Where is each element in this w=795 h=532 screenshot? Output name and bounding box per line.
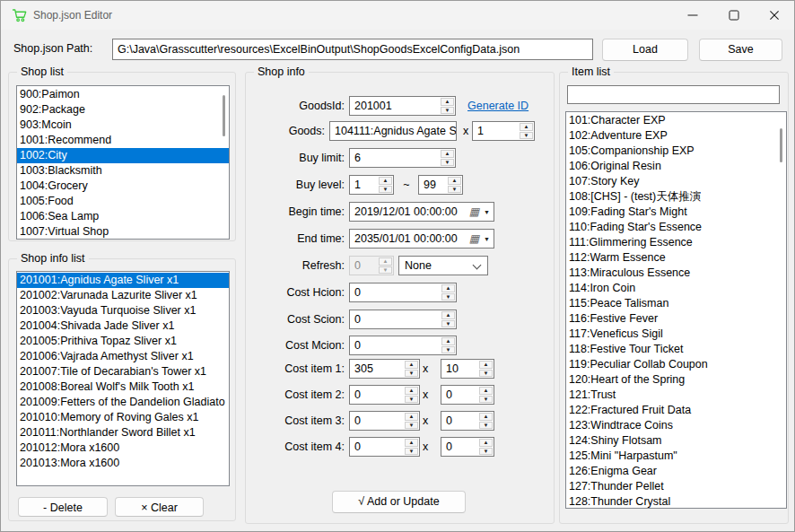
shop-list-item[interactable]: 1006:Sea Lamp xyxy=(17,209,229,224)
shop-list-item[interactable]: 1002:City xyxy=(17,148,229,163)
cost-item-id-spinner[interactable]: 0 xyxy=(349,437,420,457)
spin-buttons[interactable] xyxy=(479,387,493,403)
spin-buttons[interactable] xyxy=(441,284,455,301)
clear-button[interactable]: × Clear xyxy=(115,497,204,517)
item-listbox[interactable]: 101:Character EXP102:Adventure EXP105:Co… xyxy=(565,111,787,509)
item-list-item[interactable]: 125:Mini "Harpastum" xyxy=(566,449,786,464)
item-list-item[interactable]: 110:Fading Star's Essence xyxy=(566,220,786,235)
cost-mcion-spinner[interactable]: 0 xyxy=(349,336,457,355)
spin-buttons[interactable] xyxy=(405,387,418,403)
item-list-item[interactable]: 127:Thunder Pellet xyxy=(566,479,786,494)
item-list-item[interactable]: 119:Peculiar Collab Coupon xyxy=(566,357,786,372)
cost-item-count-spinner[interactable]: 0 xyxy=(441,411,494,431)
cost-item-id-value[interactable]: 0 xyxy=(354,386,404,404)
cost-scion-spinner[interactable]: 0 xyxy=(349,310,457,329)
shop-list-scrollbar-thumb[interactable] xyxy=(223,95,225,136)
cost-hcion-spinner[interactable]: 0 xyxy=(349,283,457,302)
shop-info-list-item[interactable]: 201010:Memory of Roving Gales x1 xyxy=(17,410,229,425)
spin-down-icon[interactable] xyxy=(520,132,533,140)
spin-up-icon[interactable] xyxy=(479,413,493,421)
spin-buttons[interactable] xyxy=(479,361,493,377)
spin-down-icon[interactable] xyxy=(405,448,418,456)
spin-down-icon[interactable] xyxy=(441,346,455,354)
spin-down-icon[interactable] xyxy=(441,320,455,328)
goods-count-spinner[interactable]: 1 xyxy=(472,121,535,141)
spin-buttons[interactable] xyxy=(479,439,493,455)
item-list-item[interactable]: 128:Thunder Crystal xyxy=(566,494,786,509)
cost-item-count-spinner[interactable]: 0 xyxy=(441,385,494,405)
spin-up-icon[interactable] xyxy=(441,311,455,319)
spin-down-icon[interactable] xyxy=(479,448,493,456)
spin-down-icon[interactable] xyxy=(405,370,418,378)
shop-info-listbox[interactable]: 201001:Agnidus Agate Sliver x1201002:Var… xyxy=(16,271,230,486)
item-list-item[interactable]: 102:Adventure EXP xyxy=(566,128,786,144)
spin-down-icon[interactable] xyxy=(379,186,392,194)
maximize-button[interactable] xyxy=(714,1,754,30)
item-list-item[interactable]: 118:Festive Tour Ticket xyxy=(566,342,786,357)
item-list-item[interactable]: 123:Windtrace Coins xyxy=(566,418,786,433)
shop-list-item[interactable]: 1005:Food xyxy=(17,194,229,209)
shop-list-item[interactable]: 902:Package xyxy=(17,102,229,118)
spin-down-icon[interactable] xyxy=(441,107,454,115)
cost-item-count-value[interactable]: 0 xyxy=(446,438,478,456)
spin-up-icon[interactable] xyxy=(379,177,392,185)
spin-up-icon[interactable] xyxy=(405,413,418,421)
spin-up-icon[interactable] xyxy=(520,123,533,131)
cost-hcion-value[interactable]: 0 xyxy=(354,283,441,301)
buy-limit-spinner[interactable]: 6 xyxy=(349,148,456,168)
item-list-item[interactable]: 112:Warm Essence xyxy=(566,250,786,266)
item-list-item[interactable]: 105:Companionship EXP xyxy=(566,144,786,159)
item-list-item[interactable]: 117:Veneficus Sigil xyxy=(566,327,786,342)
cost-item-id-value[interactable]: 0 xyxy=(354,438,404,456)
shop-info-list-item[interactable]: 201006:Vajrada Amethyst Sliver x1 xyxy=(17,349,229,364)
shop-list-item[interactable]: 1003:Blacksmith xyxy=(17,163,229,179)
cost-item-id-value[interactable]: 0 xyxy=(354,412,404,430)
item-list-item[interactable]: 107:Story Key xyxy=(566,174,786,189)
shop-list-item[interactable]: 1004:Grocery xyxy=(17,179,229,194)
spin-up-icon[interactable] xyxy=(479,387,493,395)
spin-up-icon[interactable] xyxy=(441,150,454,158)
spin-down-icon[interactable] xyxy=(448,186,461,194)
shop-info-list-item[interactable]: 201002:Varunada Lazurite Sliver x1 xyxy=(17,288,229,303)
minimize-button[interactable] xyxy=(673,1,712,30)
spin-up-icon[interactable] xyxy=(405,387,418,395)
cost-item-id-spinner[interactable]: 305 xyxy=(349,359,420,379)
goodsid-spinner[interactable]: 201001 xyxy=(349,96,456,116)
shop-info-list-item[interactable]: 201009:Fetters of the Dandelion Gladiato xyxy=(17,395,229,410)
item-list-item[interactable]: 101:Character EXP xyxy=(566,113,786,128)
item-list-item[interactable]: 115:Peace Talisman xyxy=(566,296,786,311)
generate-id-link[interactable]: Generate ID xyxy=(467,96,529,116)
item-list-item[interactable]: 113:Miraculous Essence xyxy=(566,266,786,281)
item-list-item[interactable]: 120:Heart of the Spring xyxy=(566,372,786,388)
item-search-input[interactable] xyxy=(567,85,780,104)
spin-down-icon[interactable] xyxy=(479,370,493,378)
shop-info-list-item[interactable]: 201005:Prithiva Topaz Sliver x1 xyxy=(17,334,229,349)
goods-count-value[interactable]: 1 xyxy=(477,122,519,140)
spin-down-icon[interactable] xyxy=(441,293,455,301)
spin-up-icon[interactable] xyxy=(441,337,455,345)
spin-buttons[interactable] xyxy=(448,177,461,193)
spin-buttons[interactable] xyxy=(405,361,418,377)
spin-down-icon[interactable] xyxy=(479,396,493,404)
shop-listbox[interactable]: 900:Paimon902:Package903:Mcoin1001:Recom… xyxy=(16,85,230,240)
spin-down-icon[interactable] xyxy=(479,422,493,430)
item-list-item[interactable]: 126:Enigma Gear xyxy=(566,464,786,479)
shop-info-list-item[interactable]: 201011:Northlander Sword Billet x1 xyxy=(17,425,229,440)
path-input[interactable] xyxy=(112,39,593,60)
shop-list-item[interactable]: 1007:Virtual Shop xyxy=(17,224,229,240)
buy-limit-value[interactable]: 6 xyxy=(354,149,440,167)
cost-item-count-value[interactable]: 10 xyxy=(446,360,478,378)
item-list-item[interactable]: 124:Shiny Flotsam xyxy=(566,433,786,449)
cost-item-id-spinner[interactable]: 0 xyxy=(349,385,420,405)
spin-down-icon[interactable] xyxy=(405,396,418,404)
item-list-item[interactable]: 114:Iron Coin xyxy=(566,281,786,296)
spin-buttons[interactable] xyxy=(379,177,392,193)
spin-buttons[interactable] xyxy=(405,439,418,455)
shop-list-item[interactable]: 1001:Recommend xyxy=(17,133,229,148)
spin-up-icon[interactable] xyxy=(479,439,493,447)
item-list-item[interactable]: 106:Original Resin xyxy=(566,159,786,174)
spin-buttons[interactable] xyxy=(441,150,454,166)
load-button[interactable]: Load xyxy=(602,39,688,61)
refresh-mode-value[interactable]: None xyxy=(405,257,432,275)
cost-item-count-value[interactable]: 0 xyxy=(446,386,478,404)
